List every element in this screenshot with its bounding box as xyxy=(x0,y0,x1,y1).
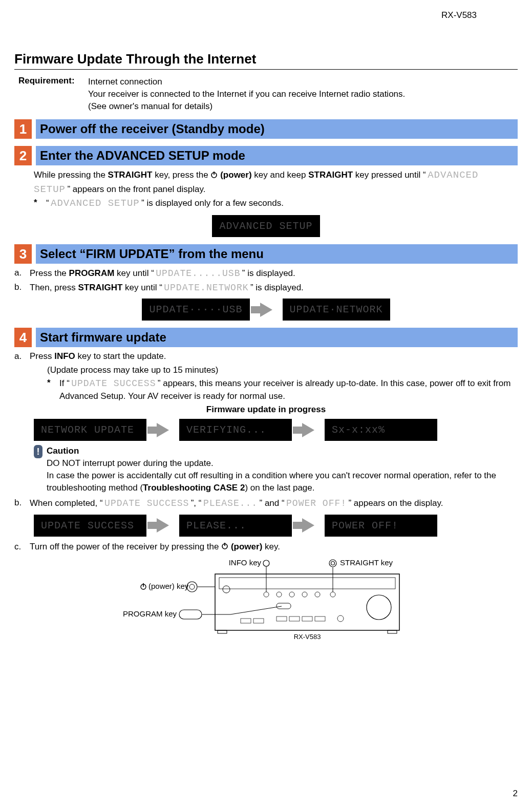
caution-l2-b: Troubleshooting CASE 2 xyxy=(143,483,245,493)
program-key-name: PROGRAM xyxy=(69,268,115,278)
caution-line1: DO NOT interrupt power during the update… xyxy=(47,457,518,470)
svg-point-18 xyxy=(367,595,391,620)
step2-note: * “ ADVANCED SETUP ” is displayed only f… xyxy=(34,197,518,211)
step2-body: While pressing the STRAIGHT key, press t… xyxy=(34,168,518,197)
step2-title: Enter the ADVANCED SETUP mode xyxy=(36,146,518,165)
step4-c-pre: Turn off the power of the receiver by pr… xyxy=(30,542,221,551)
svg-rect-31 xyxy=(289,616,300,621)
step4-a-pre: Press xyxy=(30,351,54,361)
step4-a-post: key to start the update. xyxy=(75,351,166,361)
caution-block: ! Caution DO NOT interrupt power during … xyxy=(34,445,518,494)
svg-rect-16 xyxy=(219,578,395,589)
step4-star-pre: If “ xyxy=(59,378,71,388)
step3-a-mid: key until “ xyxy=(114,268,156,278)
caution-title: Caution xyxy=(47,445,518,457)
step4-a: a. Press INFO key to start the update. xyxy=(14,350,518,363)
svg-point-23 xyxy=(315,592,320,597)
step2-note-a: “ xyxy=(46,198,51,208)
caution-line2: In case the power is accidentally cut of… xyxy=(47,470,518,494)
step4-c-post: key. xyxy=(262,542,280,551)
update-network-seg: UPDATE.NETWORK xyxy=(164,283,248,293)
step2-number: 2 xyxy=(14,146,32,165)
svg-rect-32 xyxy=(302,616,312,621)
straight-key-name: STRAIGHT xyxy=(108,170,153,180)
caution-icon: ! xyxy=(34,445,42,458)
seg-poweroff: POWER OFF! xyxy=(286,498,347,508)
svg-point-34 xyxy=(337,615,344,622)
display-power-off: POWER OFF! xyxy=(325,515,437,537)
arrow-icon xyxy=(302,518,314,533)
step3-b-post: ” is displayed. xyxy=(249,283,304,292)
arrow-icon xyxy=(157,518,169,533)
svg-rect-12 xyxy=(179,610,202,619)
arrow-icon xyxy=(157,423,169,437)
step4-display-row-1: NETWORK UPDATE VERIFYING... Sx-x:xx% xyxy=(34,419,518,441)
display-progress-pct: Sx-x:xx% xyxy=(325,419,437,441)
power-icon xyxy=(221,541,228,554)
display-please: PLEASE... xyxy=(179,515,292,537)
note-star: * xyxy=(34,197,41,211)
marker-a-2: a. xyxy=(14,350,25,363)
straight-key-name-2: STRAIGHT xyxy=(308,170,353,180)
display-advanced-setup: ADVANCED SETUP xyxy=(212,215,320,237)
svg-rect-28 xyxy=(253,619,264,623)
step3-number: 3 xyxy=(14,244,32,264)
step4-b: b. When completed, “ UPDATE SUCCESS ”, “… xyxy=(14,497,518,510)
seg-please: PLEASE... xyxy=(203,498,258,508)
requirement-body: Internet connection Your receiver is con… xyxy=(88,76,405,112)
receiver-model-label: RX-V583 xyxy=(293,633,321,641)
svg-point-19 xyxy=(264,592,269,597)
step4-c: c. Turn off the power of the receiver by… xyxy=(14,541,518,554)
seg-success: UPDATE SUCCESS xyxy=(104,498,189,508)
step3-b-pre: Then, press xyxy=(30,283,78,292)
note-star-2: * xyxy=(47,377,54,403)
power-icon xyxy=(141,583,146,589)
display-verifying: VERIFYING... xyxy=(179,419,292,441)
power-icon xyxy=(210,169,218,182)
svg-point-21 xyxy=(289,592,294,597)
step4-number: 4 xyxy=(14,328,32,347)
info-key-label: INFO key xyxy=(228,558,261,567)
page-title: Firmware Update Through the Internet xyxy=(14,51,518,67)
power-label: (power) xyxy=(218,170,251,180)
receiver-diagram: INFO key STRAIGHT key (power) key PROGRA… xyxy=(108,556,425,643)
step3-b-mid: key until “ xyxy=(122,283,164,292)
svg-point-6 xyxy=(331,562,334,565)
step1-number: 1 xyxy=(14,119,32,139)
step2-text-e: key pressed until “ xyxy=(353,170,428,180)
display-network-update: NETWORK UPDATE xyxy=(34,419,146,441)
svg-point-24 xyxy=(330,592,335,597)
step3-b: b. Then, press STRAIGHT key until “ UPDA… xyxy=(14,281,518,294)
svg-point-17 xyxy=(223,586,230,593)
step3-bar: 3 Select “FIRM UPDATE” from the menu xyxy=(14,244,518,264)
svg-rect-29 xyxy=(276,603,291,609)
program-key-label: PROGRAM key xyxy=(123,609,177,618)
requirement-line2: Your receiver is connected to the Intern… xyxy=(88,88,405,100)
advanced-setup-seg-2: ADVANCED SETUP xyxy=(51,198,140,209)
straight-key-label: STRAIGHT key xyxy=(340,558,393,567)
step1-title: Power off the receiver (Standby mode) xyxy=(36,119,518,139)
requirement-line1: Internet connection xyxy=(88,76,405,88)
step3-a-pre: Press the xyxy=(30,268,69,278)
display-update-success: UPDATE SUCCESS xyxy=(34,515,146,537)
requirement-row: Requirement: Internet connection Your re… xyxy=(18,76,518,112)
step4-b-pre: When completed, “ xyxy=(30,498,104,508)
requirement-label: Requirement: xyxy=(18,76,80,112)
svg-rect-27 xyxy=(241,619,251,623)
requirement-line3: (See owner's manual for details) xyxy=(88,100,405,113)
display-update-usb: UPDATE·····USB xyxy=(142,299,249,321)
svg-point-4 xyxy=(263,560,269,566)
step2-bar: 2 Enter the ADVANCED SETUP mode xyxy=(14,146,518,165)
step2-text-b: key, press the xyxy=(152,170,210,180)
step3-a-post: ” is displayed. xyxy=(240,268,295,278)
step3-a: a. Press the PROGRAM key until “ UPDATE.… xyxy=(14,267,518,280)
power-label-2: (power) xyxy=(228,542,262,551)
step1-bar: 1 Power off the receiver (Standby mode) xyxy=(14,119,518,139)
svg-line-14 xyxy=(230,606,282,614)
step4-b-mid2: ” and “ xyxy=(258,498,286,508)
svg-rect-35 xyxy=(218,630,227,633)
marker-a: a. xyxy=(14,267,25,280)
svg-rect-15 xyxy=(215,574,399,630)
marker-c: c. xyxy=(14,541,25,554)
page-number: 2 xyxy=(513,789,518,799)
